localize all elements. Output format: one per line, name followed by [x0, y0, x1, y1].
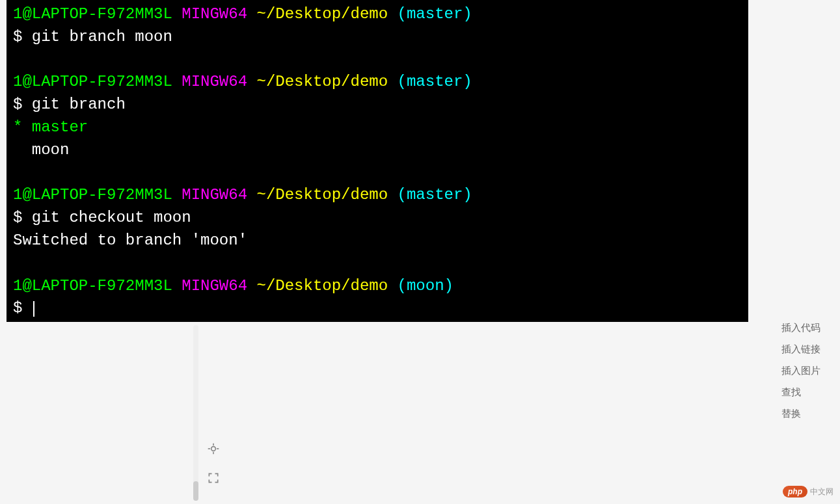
site-watermark: php 中文网 — [783, 486, 833, 497]
locate-icon[interactable] — [207, 442, 220, 458]
output-line: * master — [13, 116, 742, 139]
cursor-icon — [33, 301, 34, 317]
prompt-line: 1@LAPTOP-F972MM3L MINGW64 ~/Desktop/demo… — [13, 275, 742, 298]
menu-find[interactable]: 查找 — [781, 386, 820, 399]
command-line: $ — [13, 297, 742, 320]
svg-point-0 — [211, 447, 216, 451]
blank-line — [13, 252, 742, 275]
branch-ref: (moon) — [398, 277, 454, 295]
prompt-line: 1@LAPTOP-F972MM3L MINGW64 ~/Desktop/demo… — [13, 3, 742, 26]
context-menu: 插入代码 插入链接 插入图片 查找 替换 — [781, 322, 820, 420]
branch-ref: (master) — [398, 186, 472, 204]
terminal-window[interactable]: 1@LAPTOP-F972MM3L MINGW64 ~/Desktop/demo… — [7, 0, 748, 322]
env-label: MINGW64 — [182, 186, 247, 204]
path-label: ~/Desktop/demo — [256, 186, 388, 204]
blank-line — [13, 49, 742, 72]
menu-insert-image[interactable]: 插入图片 — [781, 365, 820, 377]
user-host: 1@LAPTOP-F972MM3L — [13, 277, 172, 295]
env-label: MINGW64 — [182, 73, 247, 90]
menu-replace[interactable]: 替换 — [781, 408, 820, 420]
path-label: ~/Desktop/demo — [256, 277, 388, 295]
fullscreen-icon[interactable] — [207, 471, 220, 488]
menu-insert-code[interactable]: 插入代码 — [781, 322, 820, 334]
editor-tools — [207, 442, 220, 488]
blank-line — [13, 162, 742, 185]
command-line: $ git branch moon — [13, 26, 742, 49]
path-label: ~/Desktop/demo — [256, 5, 388, 23]
env-label: MINGW64 — [182, 5, 247, 23]
watermark-text: 中文网 — [810, 486, 833, 497]
prompt-line: 1@LAPTOP-F972MM3L MINGW64 ~/Desktop/demo… — [13, 71, 742, 94]
menu-insert-link[interactable]: 插入链接 — [781, 343, 820, 356]
env-label: MINGW64 — [182, 277, 247, 295]
user-host: 1@LAPTOP-F972MM3L — [13, 73, 172, 90]
scrollbar-thumb[interactable] — [193, 481, 198, 501]
user-host: 1@LAPTOP-F972MM3L — [13, 5, 172, 23]
prompt-line: 1@LAPTOP-F972MM3L MINGW64 ~/Desktop/demo… — [13, 184, 742, 207]
output-line: Switched to branch 'moon' — [13, 230, 742, 252]
scrollbar-track[interactable] — [193, 325, 198, 501]
branch-ref: (master) — [398, 5, 472, 23]
command-line: $ git checkout moon — [13, 207, 742, 230]
path-label: ~/Desktop/demo — [256, 73, 388, 90]
user-host: 1@LAPTOP-F972MM3L — [13, 186, 172, 204]
output-line: moon — [13, 139, 742, 162]
branch-ref: (master) — [398, 73, 472, 90]
command-line: $ git branch — [13, 94, 742, 116]
php-logo-icon: php — [783, 486, 807, 497]
